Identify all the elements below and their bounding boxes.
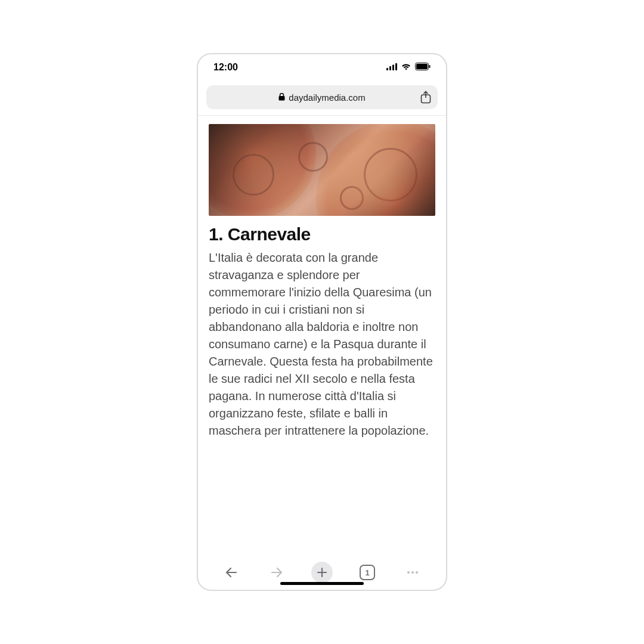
- address-bar-content: daydailymedia.com: [206, 92, 438, 103]
- battery-icon: [415, 62, 431, 73]
- article-heading: 1. Carnevale: [209, 224, 435, 244]
- home-indicator[interactable]: [280, 582, 364, 585]
- menu-button[interactable]: [402, 562, 423, 583]
- tabs-count: 1: [365, 568, 369, 577]
- tabs-button[interactable]: 1: [357, 562, 378, 583]
- svg-rect-5: [416, 64, 428, 69]
- share-button[interactable]: [419, 90, 433, 104]
- cellular-icon: [386, 62, 397, 73]
- svg-rect-0: [386, 68, 388, 70]
- status-bar: 12:00: [198, 54, 446, 80]
- status-time: 12:00: [213, 62, 238, 73]
- svg-rect-2: [392, 65, 394, 71]
- back-button[interactable]: [221, 562, 242, 583]
- article-body: L'Italia è decorata con la grande strava…: [209, 249, 435, 439]
- lock-icon: [278, 92, 285, 103]
- svg-rect-7: [279, 96, 285, 101]
- address-bar-domain: daydailymedia.com: [289, 92, 365, 103]
- svg-point-15: [411, 571, 414, 574]
- page-content[interactable]: 1. Carnevale L'Italia è decorata con la …: [198, 116, 446, 555]
- forward-button[interactable]: [266, 562, 287, 583]
- new-tab-button[interactable]: [311, 562, 333, 583]
- phone-frame: 12:00 daydailymedia.com: [197, 53, 447, 591]
- svg-point-16: [416, 571, 418, 574]
- status-indicators: [386, 62, 431, 73]
- address-bar[interactable]: daydailymedia.com: [206, 85, 438, 109]
- svg-rect-3: [395, 63, 397, 70]
- wifi-icon: [401, 62, 411, 73]
- svg-rect-6: [429, 65, 431, 68]
- svg-point-14: [407, 571, 410, 574]
- tabs-count-badge: 1: [360, 565, 375, 580]
- article-hero-image: [209, 124, 435, 216]
- address-bar-container: daydailymedia.com: [198, 80, 446, 116]
- svg-rect-1: [389, 66, 391, 70]
